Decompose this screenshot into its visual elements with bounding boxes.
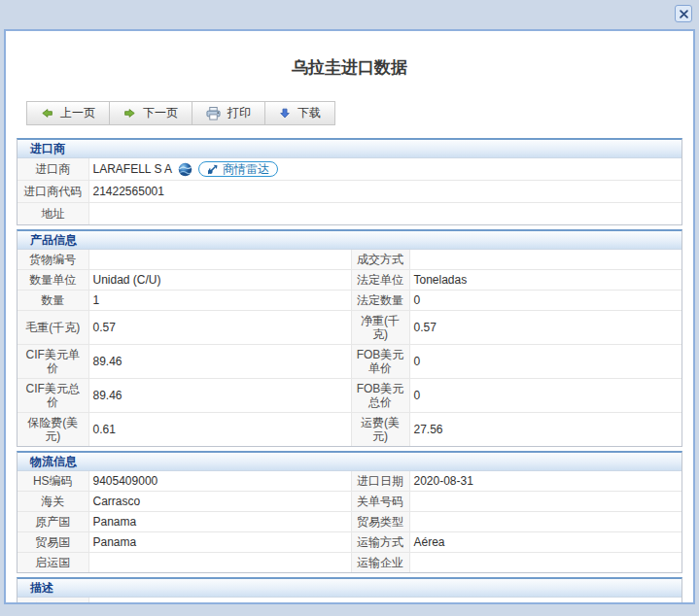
close-icon	[680, 10, 688, 18]
field-label: CIF美元单价	[17, 345, 88, 379]
globe-icon[interactable]	[178, 162, 192, 177]
field-label: 成交方式	[351, 250, 409, 270]
section-title-importer: 进口商	[17, 140, 682, 158]
field-value: Toneladas	[409, 270, 682, 291]
field-label: 贸易类型	[351, 512, 409, 532]
field-label: 净重(千克)	[351, 311, 409, 345]
field-label: 运输方式	[351, 532, 409, 553]
table-row: 进口商LARAFELL S A商情雷达	[17, 158, 682, 181]
section-importer: 进口商进口商LARAFELL S A商情雷达进口商代码21422565001地址	[17, 138, 682, 225]
arrow-right-icon	[123, 107, 136, 120]
badge-label: 商情雷达	[223, 162, 269, 176]
table-row: 海关Carrasco关单号码	[17, 492, 682, 512]
field-value	[88, 203, 682, 225]
table-row: 贸易国Panama运输方式Aérea	[17, 532, 682, 553]
field-label: 进口商	[17, 158, 88, 181]
field-value: Panama	[88, 512, 351, 532]
prev-page-label: 上一页	[60, 105, 95, 121]
table-row: 启运国 运输企业	[17, 553, 682, 573]
field-value: 0.61	[88, 413, 351, 447]
field-label: 货物编号	[17, 250, 88, 270]
arrow-left-icon	[41, 107, 53, 120]
field-value	[88, 250, 351, 270]
section-logistics-info: 物流信息HS编码9405409000进口日期2020-08-31海关Carras…	[17, 451, 682, 573]
field-value: Panama	[88, 532, 351, 553]
field-label: FOB美元单价	[351, 345, 409, 379]
table-row: 保险费(美元)0.61运费(美元)27.56	[17, 413, 682, 447]
field-value: 0.57	[88, 311, 351, 345]
table-row: HS编码9405409000进口日期2020-08-31	[17, 471, 682, 492]
field-value	[88, 598, 682, 604]
field-label: 进口日期	[351, 471, 409, 492]
field-label: 法定数量	[351, 291, 409, 311]
business-radar-badge[interactable]: 商情雷达	[198, 161, 278, 177]
field-value	[409, 492, 682, 512]
field-value: 0	[409, 291, 682, 311]
table-row: 编码描述	[17, 598, 682, 604]
field-label: 启运国	[17, 553, 88, 573]
field-value-text	[93, 601, 96, 604]
field-value: 2020-08-31	[409, 471, 682, 492]
window-titlebar	[0, 0, 699, 29]
field-label: 贸易国	[17, 532, 88, 553]
printer-icon	[206, 107, 221, 120]
field-value: 89.46	[88, 345, 351, 379]
table-row: 进口商代码21422565001	[17, 181, 682, 203]
sections-container: 进口商进口商LARAFELL S A商情雷达进口商代码21422565001地址…	[17, 138, 682, 604]
field-value: 0.57	[409, 311, 682, 345]
field-label: 海关	[17, 492, 88, 512]
field-label: 进口商代码	[17, 181, 88, 203]
field-label: CIF美元总价	[17, 379, 88, 413]
field-value: 0	[409, 345, 682, 379]
toolbar: 上一页 下一页 打印 下载	[26, 101, 693, 125]
section-description: 描述编码描述 产品描述TIRAS LED	[17, 577, 682, 604]
field-value	[88, 553, 351, 573]
field-value-text	[93, 207, 96, 221]
dialog-panel: 乌拉圭进口数据 上一页 下一页 打印	[4, 29, 695, 604]
field-label: 编码描述	[17, 598, 88, 604]
field-value: 27.56	[409, 413, 682, 447]
table-row: 数量1法定数量0	[17, 291, 682, 311]
table-row: 原产国Panama贸易类型	[17, 512, 682, 532]
field-value-text: 21422565001	[93, 185, 164, 198]
field-label: 关单号码	[351, 492, 409, 512]
table-row: 数量单位Unidad (C/U)法定单位Toneladas	[17, 270, 682, 291]
field-value: 21422565001	[88, 181, 682, 203]
field-value: 9405409000	[88, 471, 351, 492]
field-value: Aérea	[409, 532, 682, 553]
print-button[interactable]: 打印	[192, 101, 265, 125]
field-value: 0	[409, 379, 682, 413]
download-label: 下载	[297, 105, 321, 121]
table-row: CIF美元单价89.46FOB美元单价0	[17, 345, 682, 379]
field-value	[409, 512, 682, 532]
close-button[interactable]	[675, 5, 692, 22]
field-label: 运输企业	[351, 553, 409, 573]
table-row: 毛重(千克)0.57净重(千克)0.57	[17, 311, 682, 345]
section-product-info: 产品信息货物编号 成交方式 数量单位Unidad (C/U)法定单位Tonela…	[17, 229, 682, 447]
field-label: 原产国	[17, 512, 88, 532]
field-label: 运费(美元)	[351, 413, 409, 447]
field-label: 毛重(千克)	[17, 311, 88, 345]
radar-icon	[207, 163, 219, 175]
field-label: 数量单位	[17, 270, 88, 291]
field-value: Unidad (C/U)	[88, 270, 351, 291]
section-title-logistics-info: 物流信息	[17, 453, 682, 471]
prev-page-button[interactable]: 上一页	[26, 101, 110, 125]
field-value: Carrasco	[88, 492, 351, 512]
next-page-label: 下一页	[143, 105, 178, 121]
field-label: 数量	[17, 291, 88, 311]
download-button[interactable]: 下载	[264, 101, 335, 125]
table-row: 货物编号 成交方式	[17, 250, 682, 270]
section-title-product-info: 产品信息	[17, 231, 682, 250]
next-page-button[interactable]: 下一页	[109, 101, 192, 125]
field-label: 法定单位	[351, 270, 409, 291]
field-value	[409, 553, 682, 573]
arrow-down-icon	[279, 107, 291, 120]
field-label: HS编码	[17, 471, 88, 492]
field-value	[409, 250, 682, 270]
table-row: CIF美元总价89.46FOB美元总价0	[17, 379, 682, 413]
field-label: 保险费(美元)	[17, 413, 88, 447]
field-value-text: LARAFELL S A	[93, 162, 173, 176]
field-value: 1	[88, 291, 351, 311]
field-value: LARAFELL S A商情雷达	[88, 158, 682, 181]
